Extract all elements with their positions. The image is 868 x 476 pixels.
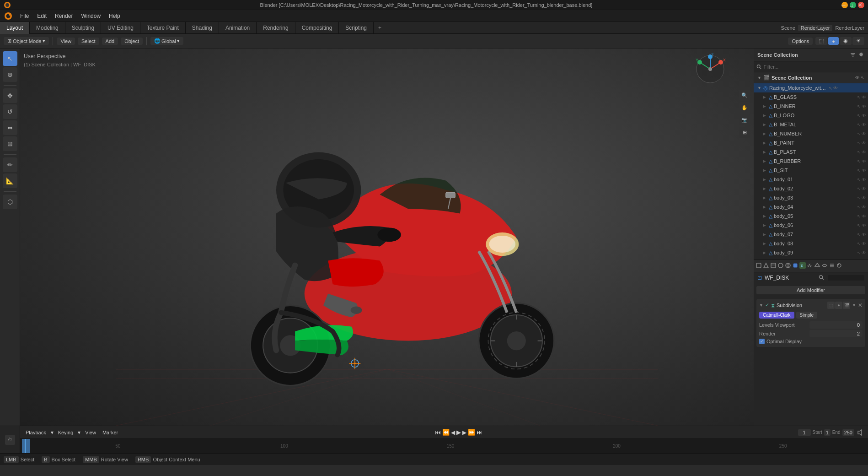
sub-mode-3[interactable]: 🎬	[843, 302, 850, 309]
sub-mode-2[interactable]: ●	[835, 302, 842, 309]
outliner-item-b_paint[interactable]: ▶ △ B_PAINT ↖ 👁	[754, 138, 868, 147]
item-restrict-icon[interactable]: ↖	[857, 241, 861, 246]
material-btn[interactable]: ◉	[840, 37, 852, 45]
outliner-item-b_logo[interactable]: ▶ △ B_LOGO ↖ 👁	[754, 111, 868, 120]
render-props-icon[interactable]	[755, 262, 762, 269]
outliner-item-b_inner[interactable]: ▶ △ B_INNER ↖ 👁	[754, 102, 868, 111]
camera-view-btn[interactable]: 📷	[739, 114, 750, 125]
move-tool-btn[interactable]: ✥	[3, 88, 17, 103]
item-restrict-icon[interactable]: ↖	[857, 177, 861, 182]
viewport-shading-btn[interactable]: 🌐 Global ▾	[150, 37, 183, 45]
add-workspace-button[interactable]: +	[374, 23, 386, 33]
tab-rendering[interactable]: Rendering	[257, 22, 295, 34]
menu-edit[interactable]: Edit	[33, 12, 50, 20]
annotate-tool-btn[interactable]: ✏	[3, 157, 17, 172]
modifier-props-icon[interactable]: ⧗	[799, 262, 806, 269]
sub-mode-1[interactable]: ⬚	[827, 302, 835, 309]
tab-modeling[interactable]: Modeling	[30, 22, 65, 34]
tab-layout[interactable]: Layout	[0, 22, 30, 34]
outliner-item-b_glass[interactable]: ▶ △ B_GLASS ↖ 👁	[754, 92, 868, 102]
zoom-in-btn[interactable]: 🔍	[739, 90, 750, 101]
item-hide-icon[interactable]: 👁	[862, 168, 866, 173]
item-restrict-icon[interactable]: ↖	[857, 159, 861, 164]
outliner-item-b_number[interactable]: ▶ △ B_NUMBER ↖ 👁	[754, 129, 868, 138]
item-hide-icon[interactable]: 👁	[862, 95, 866, 100]
outliner-item-body_01[interactable]: ▶ △ body_01 ↖ 👁	[754, 175, 868, 184]
item-restrict-icon[interactable]: ↖	[857, 195, 861, 200]
item-hide-icon[interactable]: 👁	[862, 250, 866, 255]
timeline-ruler[interactable]: 50 100 150 200 250	[20, 439, 868, 453]
particles-icon[interactable]: ⁂	[807, 262, 813, 269]
tl-view-btn[interactable]: View	[83, 430, 98, 435]
playback-btn[interactable]: Playback	[24, 430, 48, 435]
item-hide-icon[interactable]: 👁	[862, 104, 866, 109]
item-restrict-icon[interactable]: ↖	[857, 205, 861, 210]
item-restrict-icon[interactable]: ↖	[857, 168, 861, 173]
outliner-item-body_06[interactable]: ▶ △ body_06 ↖ 👁	[754, 221, 868, 230]
scene-select-btn[interactable]: ↖	[861, 76, 864, 80]
settings-icon-outliner[interactable]	[858, 52, 864, 58]
constraints-icon[interactable]	[821, 262, 828, 269]
play-btn[interactable]: ▶	[456, 429, 461, 436]
tl-marker-btn[interactable]: Marker	[101, 430, 120, 435]
next-keyframe-btn[interactable]: ⏩	[468, 429, 475, 436]
output-props-icon[interactable]	[763, 262, 769, 269]
grid-view-btn[interactable]: ⊞	[739, 127, 750, 138]
sub-dropdown-arrow[interactable]: ▾	[853, 303, 855, 308]
item-restrict-icon[interactable]: ↖	[857, 104, 861, 109]
outliner-item-body_05[interactable]: ▶ △ body_05 ↖ 👁	[754, 211, 868, 221]
scene-props-icon[interactable]	[777, 262, 784, 269]
world-props-icon[interactable]	[785, 262, 791, 269]
tab-sculpting[interactable]: Sculpting	[65, 22, 101, 34]
root-restrict-icon[interactable]: ↖	[829, 86, 832, 91]
add-mesh-btn[interactable]: ⬡	[3, 195, 17, 209]
maximize-button[interactable]: □	[850, 2, 856, 8]
object-props-icon[interactable]	[792, 262, 798, 269]
item-hide-icon[interactable]: 👁	[862, 186, 866, 191]
sub-close-btn[interactable]: ✕	[858, 302, 863, 308]
outliner-item-b_sit[interactable]: ▶ △ B_SIT ↖ 👁	[754, 166, 868, 175]
prev-keyframe-btn[interactable]: ⏪	[442, 429, 450, 436]
tab-scripting[interactable]: Scripting	[339, 22, 374, 34]
add-menu[interactable]: Add	[102, 38, 118, 45]
next-frame-btn[interactable]: ▶	[462, 429, 466, 436]
material-icon[interactable]	[836, 262, 842, 269]
item-hide-icon[interactable]: 👁	[862, 113, 866, 118]
item-restrict-icon[interactable]: ↖	[857, 95, 861, 100]
object-menu[interactable]: Object	[121, 38, 143, 45]
menu-file[interactable]: File	[16, 12, 32, 20]
item-restrict-icon[interactable]: ↖	[857, 113, 861, 118]
close-button[interactable]: ✕	[858, 2, 864, 8]
outliner-item-body_09[interactable]: ▶ △ body_09 ↖ 👁	[754, 248, 868, 257]
simple-btn[interactable]: Simple	[796, 312, 818, 319]
tab-compositing[interactable]: Compositing	[295, 22, 339, 34]
sub-expand-icon[interactable]: ▼	[759, 303, 763, 308]
outliner-item-body_03[interactable]: ▶ △ body_03 ↖ 👁	[754, 193, 868, 202]
cursor-tool-btn[interactable]: ⊕	[3, 67, 17, 82]
item-hide-icon[interactable]: 👁	[862, 177, 866, 182]
item-hide-icon[interactable]: 👁	[862, 195, 866, 200]
item-hide-icon[interactable]: 👁	[862, 205, 866, 210]
tab-uv-editing[interactable]: UV Editing	[101, 22, 140, 34]
viewport[interactable]: User Perspective (1) Scene Collection | …	[20, 49, 754, 426]
outliner-item-body_04[interactable]: ▶ △ body_04 ↖ 👁	[754, 202, 868, 211]
outliner-item-b_plast[interactable]: ▶ △ B_PLAST ↖ 👁	[754, 147, 868, 157]
view-layer-icon[interactable]	[770, 262, 777, 269]
filter-icon[interactable]	[850, 52, 856, 58]
item-hide-icon[interactable]: 👁	[862, 150, 866, 155]
wireframe-btn[interactable]: ⬚	[815, 37, 827, 45]
jump-end-btn[interactable]: ⏭	[477, 429, 482, 436]
render-value[interactable]: 2	[809, 330, 863, 337]
render-btn[interactable]: ☀	[852, 37, 864, 45]
item-restrict-icon[interactable]: ↖	[857, 223, 861, 228]
transform-tool-btn[interactable]: ⊞	[3, 136, 17, 151]
minimize-button[interactable]: ─	[841, 2, 848, 8]
end-value[interactable]: 250	[842, 429, 854, 436]
solid-btn[interactable]: ●	[828, 37, 839, 45]
outliner-root-item[interactable]: ▼ ◎ Racing_Motorcycle_with_Rider_Turning…	[754, 83, 868, 92]
item-hide-icon[interactable]: 👁	[862, 122, 866, 127]
navigation-gizmo[interactable]: X Y Z	[694, 53, 726, 87]
outliner-item-body_02[interactable]: ▶ △ body_02 ↖ 👁	[754, 184, 868, 193]
scene-dropdown[interactable]: RenderLayer	[798, 25, 833, 31]
select-menu[interactable]: Select	[78, 38, 99, 45]
